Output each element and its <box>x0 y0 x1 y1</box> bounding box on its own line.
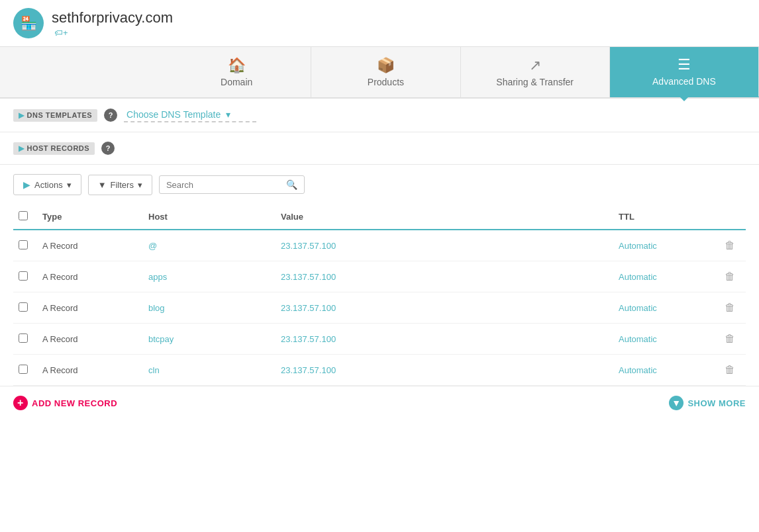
tab-products[interactable]: 📦 Products <box>311 47 460 97</box>
actions-button[interactable]: ▶ Actions ▾ <box>13 174 81 195</box>
row-delete-2[interactable]: 🗑 <box>719 292 746 324</box>
th-checkbox <box>13 204 37 230</box>
tab-sharing-label: Sharing & Transfer <box>496 77 574 87</box>
tab-sharing[interactable]: ↗ Sharing & Transfer <box>461 47 610 97</box>
th-host: Host <box>143 204 276 230</box>
row-checkbox-cell <box>13 292 37 324</box>
actions-label: Actions <box>34 180 63 190</box>
row-checkbox-1[interactable] <box>19 271 28 281</box>
dns-templates-help[interactable]: ? <box>104 109 117 122</box>
dns-template-placeholder: Choose DNS Template <box>126 109 221 120</box>
add-record-label: ADD NEW RECORD <box>32 398 117 408</box>
row-host-4[interactable]: cln <box>143 355 276 386</box>
row-value-3[interactable]: 23.137.57.100 <box>276 324 613 355</box>
actions-chevron: ▾ <box>67 180 72 190</box>
row-value-4[interactable]: 23.137.57.100 <box>276 355 613 386</box>
row-type-1: A Record <box>37 261 143 292</box>
row-ttl-4[interactable]: Automatic <box>613 355 719 386</box>
host-records-label: HOST RECORDS <box>27 144 90 152</box>
dns-templates-section: ▶ DNS TEMPLATES ? Choose DNS Template ▾ <box>0 99 759 132</box>
row-host-2[interactable]: blog <box>143 292 276 324</box>
row-type-4: A Record <box>37 355 143 386</box>
tab-advanced-dns-label: Advanced DNS <box>652 76 716 87</box>
host-records-header: ▶ HOST RECORDS ? <box>13 142 746 155</box>
dns-templates-arrow: ▶ <box>19 111 25 120</box>
tag-row: 🏷+ <box>52 28 173 38</box>
th-type: Type <box>37 204 143 230</box>
show-more-button[interactable]: ▼ SHOW MORE <box>669 396 746 410</box>
logo: 🏪 <box>13 8 44 38</box>
row-host-3[interactable]: btcpay <box>143 324 276 355</box>
header-left: sethforprivacy.com 🏷+ <box>52 9 173 38</box>
filters-chevron: ▾ <box>138 180 142 190</box>
row-ttl-1[interactable]: Automatic <box>613 261 719 292</box>
row-type-0: A Record <box>37 230 143 261</box>
logo-icon: 🏪 <box>21 15 37 31</box>
search-wrapper: 🔍 <box>159 175 305 194</box>
search-input[interactable] <box>166 180 286 190</box>
row-delete-3[interactable]: 🗑 <box>719 324 746 355</box>
advanced-dns-tab-icon: ☰ <box>678 56 691 73</box>
row-checkbox-cell <box>13 261 37 292</box>
th-value: Value <box>276 204 613 230</box>
row-checkbox-3[interactable] <box>19 333 28 343</box>
row-checkbox-cell <box>13 355 37 386</box>
table-row: A Record blog 23.137.57.100 Automatic 🗑 <box>13 292 746 324</box>
dns-templates-badge[interactable]: ▶ DNS TEMPLATES <box>13 109 97 122</box>
row-delete-0[interactable]: 🗑 <box>719 230 746 261</box>
row-value-0[interactable]: 23.137.57.100 <box>276 230 613 261</box>
row-value-1[interactable]: 23.137.57.100 <box>276 261 613 292</box>
row-ttl-2[interactable]: Automatic <box>613 292 719 324</box>
dns-templates-header: ▶ DNS TEMPLATES ? Choose DNS Template ▾ <box>13 108 746 122</box>
table-row: A Record btcpay 23.137.57.100 Automatic … <box>13 324 746 355</box>
tab-domain-label: Domain <box>221 77 252 87</box>
row-type-2: A Record <box>37 292 143 324</box>
th-ttl: TTL <box>613 204 719 230</box>
filters-label: Filters <box>111 180 134 190</box>
row-checkbox-cell <box>13 324 37 355</box>
products-tab-icon: 📦 <box>377 57 395 74</box>
dns-template-dropdown[interactable]: Choose DNS Template ▾ <box>124 108 256 122</box>
row-checkbox-0[interactable] <box>19 240 28 249</box>
row-delete-1[interactable]: 🗑 <box>719 261 746 292</box>
filters-icon: ▼ <box>98 180 107 190</box>
select-all-checkbox[interactable] <box>19 211 28 220</box>
row-type-3: A Record <box>37 324 143 355</box>
filters-button[interactable]: ▼ Filters ▾ <box>88 175 152 195</box>
tab-domain[interactable]: 🏠 Domain <box>162 47 311 97</box>
tab-advanced-dns[interactable]: ☰ Advanced DNS <box>610 47 759 97</box>
add-record-button[interactable]: + ADD NEW RECORD <box>13 396 117 410</box>
domain-name: sethforprivacy.com <box>52 9 173 26</box>
add-record-icon: + <box>13 396 28 410</box>
toolbar: ▶ Actions ▾ ▼ Filters ▾ 🔍 <box>0 165 759 204</box>
records-table: Type Host Value TTL A Record @ 23.1 <box>13 204 746 386</box>
host-records-section: ▶ HOST RECORDS ? <box>0 132 759 165</box>
tab-spacer <box>0 47 162 97</box>
domain-tab-icon: 🏠 <box>228 57 246 74</box>
table-row: A Record cln 23.137.57.100 Automatic 🗑 <box>13 355 746 386</box>
table-header-row: Type Host Value TTL <box>13 204 746 230</box>
row-delete-4[interactable]: 🗑 <box>719 355 746 386</box>
tabs-bar: 🏠 Domain 📦 Products ↗ Sharing & Transfer… <box>0 47 759 99</box>
host-records-badge[interactable]: ▶ HOST RECORDS <box>13 142 95 155</box>
table-row: A Record @ 23.137.57.100 Automatic 🗑 <box>13 230 746 261</box>
row-host-0[interactable]: @ <box>143 230 276 261</box>
search-icon[interactable]: 🔍 <box>286 179 297 190</box>
host-records-help[interactable]: ? <box>101 142 115 155</box>
actions-play-icon: ▶ <box>23 179 30 190</box>
row-checkbox-2[interactable] <box>19 302 28 312</box>
records-table-container: Type Host Value TTL A Record @ 23.1 <box>0 204 759 386</box>
tab-products-label: Products <box>368 77 404 87</box>
dns-template-chevron: ▾ <box>226 109 230 120</box>
show-more-icon: ▼ <box>669 396 683 410</box>
host-records-arrow: ▶ <box>19 144 25 153</box>
row-ttl-3[interactable]: Automatic <box>613 324 719 355</box>
header: 🏪 sethforprivacy.com 🏷+ <box>0 0 759 47</box>
row-ttl-0[interactable]: Automatic <box>613 230 719 261</box>
row-checkbox-4[interactable] <box>19 365 28 374</box>
show-more-label: SHOW MORE <box>687 398 746 408</box>
tag-icon[interactable]: 🏷+ <box>54 28 68 38</box>
row-value-2[interactable]: 23.137.57.100 <box>276 292 613 324</box>
table-row: A Record apps 23.137.57.100 Automatic 🗑 <box>13 261 746 292</box>
row-host-1[interactable]: apps <box>143 261 276 292</box>
